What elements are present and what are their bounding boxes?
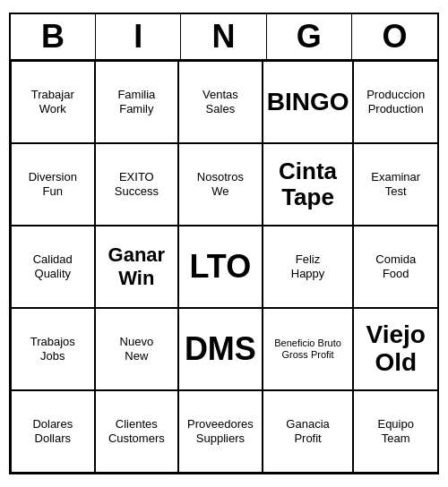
cell-spanish: Examinar [371, 170, 420, 184]
header-letter-n: N [181, 14, 266, 59]
bingo-cell-10: CalidadQuality [11, 226, 95, 308]
bingo-card: BINGO TrabajarWorkFamiliaFamilyVentasSal… [9, 13, 439, 474]
bingo-cell-0: TrabajarWork [11, 61, 95, 143]
cell-english: Jobs [40, 349, 65, 363]
bingo-cell-5: DiversionFun [11, 143, 95, 226]
cell-english: Happy [291, 267, 325, 281]
bingo-cell-14: ComidaFood [353, 226, 437, 308]
cell-spanish: Diversion [29, 170, 77, 184]
cell-spanish: Produccion [366, 88, 425, 102]
cell-spanish: Proveedores [187, 417, 254, 431]
header-letter-o: O [352, 14, 437, 59]
bingo-cell-17: DMS [178, 308, 263, 390]
cell-english: Family [119, 102, 153, 116]
bingo-cell-16: NuevoNew [95, 308, 179, 390]
bingo-cell-23: GanaciaProfit [263, 390, 354, 473]
bingo-header: BINGO [11, 14, 437, 61]
cell-spanish: EXITO [119, 170, 154, 184]
cell-english: New [125, 349, 148, 363]
cell-spanish: Feliz [296, 252, 320, 267]
cell-spanish: Clientes [116, 417, 158, 431]
cell-spanish: Nosotros [197, 170, 244, 184]
bingo-cell-20: DolaresDollars [11, 390, 95, 473]
cell-english: Sales [206, 102, 236, 116]
bingo-cell-18: Beneficio BrutoGross Profit [263, 308, 354, 390]
bingo-cell-1: FamiliaFamily [95, 61, 179, 143]
cell-english: Customers [108, 431, 165, 446]
bingo-cell-24: EquipoTeam [353, 390, 437, 473]
cell-spanish: Trabajos [30, 335, 75, 349]
bingo-cell-19: ViejoOld [353, 308, 437, 390]
bingo-cell-11: GanarWin [95, 226, 179, 308]
cell-spanish: Ventas [202, 88, 238, 102]
bingo-cell-9: ExaminarTest [353, 143, 437, 226]
header-letter-g: G [267, 14, 352, 59]
bingo-cell-13: FelizHappy [263, 226, 354, 308]
cell-spanish: Ganar [108, 244, 166, 267]
bingo-grid: TrabajarWorkFamiliaFamilyVentasSalesBING… [11, 61, 437, 473]
cell-spanish: Ganacia [286, 417, 329, 431]
cell-english: Team [382, 431, 410, 446]
bingo-cell-2: VentasSales [178, 61, 263, 143]
cell-english: Win [118, 267, 154, 290]
bingo-cell-6: EXITOSuccess [95, 143, 179, 226]
bingo-cell-8: CintaTape [263, 143, 354, 226]
cell-spanish: Dolares [32, 417, 73, 431]
cell-spanish: Viejo [366, 321, 426, 349]
cell-english: We [211, 184, 228, 199]
bingo-cell-15: TrabajosJobs [11, 308, 95, 390]
cell-english: Suppliers [196, 431, 245, 446]
bingo-cell-22: ProveedoresSuppliers [178, 390, 263, 473]
bingo-cell-7: NosotrosWe [178, 143, 263, 226]
cell-spanish: Equipo [377, 417, 413, 431]
cell-english: Profit [294, 431, 321, 446]
cell-english: Dollars [35, 431, 71, 446]
cell-english: Tape [281, 184, 334, 210]
header-letter-b: B [11, 14, 96, 59]
cell-spanish: Familia [117, 88, 155, 102]
header-letter-i: I [96, 14, 181, 59]
cell-spanish: Cinta [279, 158, 337, 184]
cell-english: Production [368, 102, 424, 116]
cell-english: Quality [35, 267, 71, 281]
bingo-cell-12: LTO [178, 226, 263, 308]
cell-spanish: Nuevo [120, 335, 154, 349]
cell-spanish: Comida [375, 252, 416, 267]
cell-spanish: Beneficio Bruto [274, 337, 341, 349]
bingo-cell-3: BINGO [263, 61, 354, 143]
cell-english: Gross Profit [282, 349, 334, 361]
cell-english: Work [39, 102, 66, 116]
cell-english: Old [375, 349, 417, 377]
cell-english: Fun [43, 184, 63, 199]
bingo-cell-21: ClientesCustomers [95, 390, 179, 473]
cell-spanish: Trabajar [31, 88, 74, 102]
bingo-cell-4: ProduccionProduction [353, 61, 437, 143]
cell-english: Food [383, 267, 409, 281]
cell-english: Success [115, 184, 159, 199]
cell-spanish: Calidad [33, 252, 73, 267]
cell-english: Test [385, 184, 407, 199]
